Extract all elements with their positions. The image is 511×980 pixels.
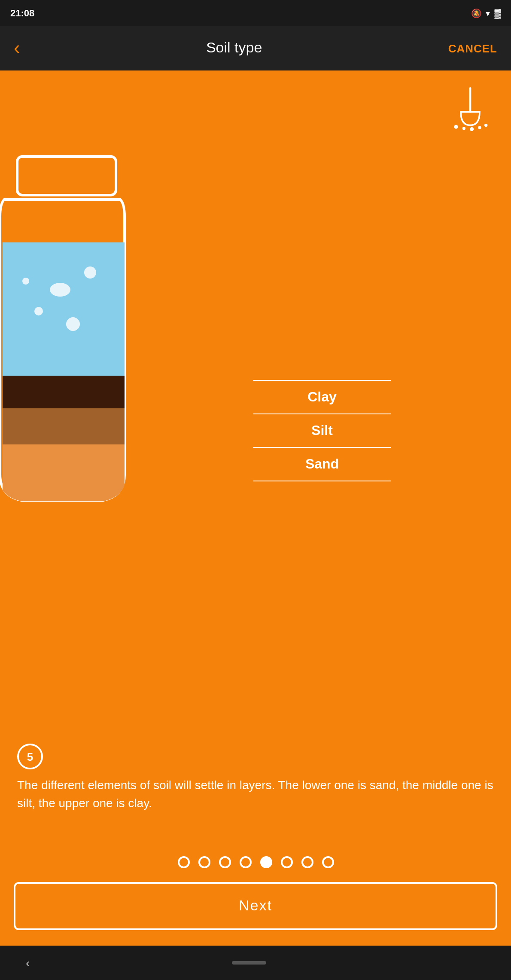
battery-icon: ▓ [494,8,501,18]
svg-point-5 [484,124,487,127]
dot-2[interactable] [198,856,210,868]
notification-icon: 🔕 [471,8,481,18]
svg-point-1 [454,125,458,129]
svg-point-2 [462,127,465,130]
svg-rect-15 [3,444,125,501]
page-dots [0,856,511,868]
svg-rect-7 [3,242,125,376]
dot-1[interactable] [177,856,189,868]
system-back-button[interactable]: ‹ [26,956,30,970]
dot-4[interactable] [239,856,251,868]
next-button-wrapper: Next [14,882,497,930]
svg-point-12 [22,278,29,285]
svg-point-11 [66,317,80,331]
home-indicator[interactable] [232,961,266,965]
status-bar: 21:08 🔕 ▾ ▓ [0,0,511,26]
wifi-icon: ▾ [486,8,490,18]
next-button[interactable]: Next [14,882,497,930]
dot-3[interactable] [219,856,231,868]
dot-5[interactable] [260,856,272,868]
bottom-bar: ‹ [0,946,511,980]
page-title: Soil type [206,40,262,57]
sand-label: Sand [253,448,391,481]
main-content: Clay Silt Sand 5 The different elements … [0,70,511,946]
step-description: The different elements of soil will sett… [17,776,494,812]
jar-illustration [0,139,133,543]
soil-labels: Clay Silt Sand [150,380,494,481]
step-info: 5 The different elements of soil will se… [17,744,494,812]
dot-7[interactable] [301,856,313,868]
svg-point-3 [470,127,474,131]
svg-point-10 [34,307,43,315]
dot-6[interactable] [280,856,292,868]
status-icons: 🔕 ▾ ▓ [471,8,501,18]
silt-label: Silt [253,414,391,448]
svg-point-8 [50,283,70,297]
svg-rect-14 [3,408,125,444]
status-time: 21:08 [10,8,34,18]
svg-rect-13 [3,376,125,408]
nav-bar: ‹ Soil type CANCEL [0,26,511,70]
cancel-button[interactable]: CANCEL [448,42,497,55]
svg-point-4 [478,126,481,129]
svg-rect-6 [17,156,116,195]
step-number: 5 [17,744,43,769]
svg-point-9 [84,266,96,279]
shovel-icon [447,84,494,132]
dot-8[interactable] [322,856,334,868]
clay-label: Clay [253,380,391,414]
back-button[interactable]: ‹ [14,37,20,59]
